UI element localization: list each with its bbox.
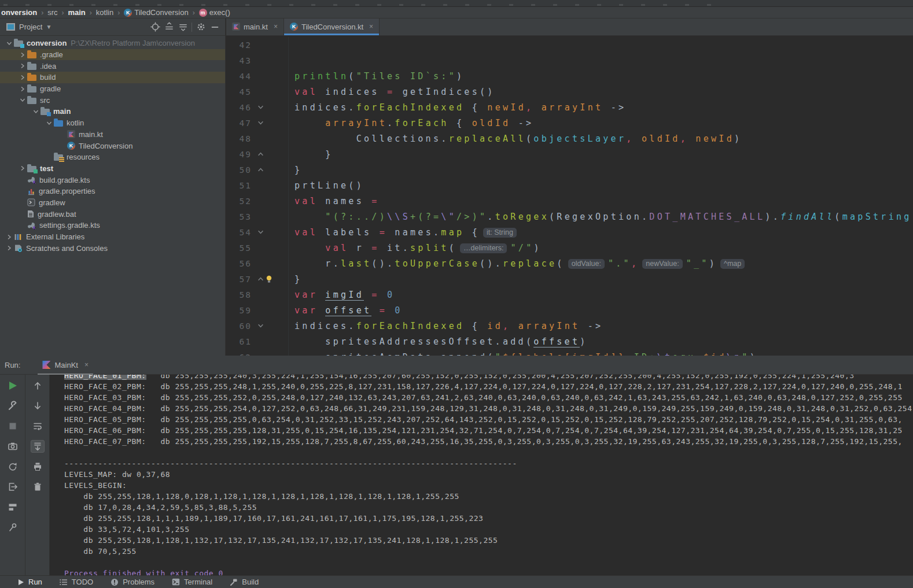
code-token: . <box>403 243 410 253</box>
tree-item-main.kt[interactable]: main.kt <box>0 129 225 140</box>
project-panel-title[interactable]: Project <box>19 23 42 31</box>
chevron-right-icon[interactable] <box>5 245 14 251</box>
scroll-to-end-icon[interactable] <box>31 440 45 453</box>
code-token: = <box>371 196 379 206</box>
stop-icon[interactable] <box>6 420 20 432</box>
chevron-right-icon[interactable] <box>18 86 27 92</box>
fold-down-icon[interactable] <box>257 120 264 126</box>
close-icon[interactable]: × <box>369 23 373 31</box>
breadcrumb-item-main[interactable]: main <box>68 8 85 17</box>
tree-item-conversion[interactable]: conversion P:\ZX\Retro Platform Jam\conv… <box>0 38 225 49</box>
tree-item-external-libraries[interactable]: External Libraries <box>0 231 225 243</box>
breadcrumb-item-exec[interactable]: mexec() <box>199 8 230 17</box>
thread-dump-camera-icon[interactable] <box>6 440 20 453</box>
line-number: 51 <box>226 181 252 190</box>
chevron-right-icon[interactable] <box>18 75 27 80</box>
toolwindow-button-todo[interactable]: TODO <box>60 578 93 586</box>
down-arrow-icon[interactable] <box>31 400 45 412</box>
hide-icon[interactable] <box>208 21 222 34</box>
settings-wrench-icon[interactable] <box>6 400 20 412</box>
tree-item-tiledconversion[interactable]: KTiledConversion <box>0 140 225 151</box>
layout-icon[interactable] <box>6 501 20 513</box>
chevron-right-icon[interactable] <box>5 234 14 240</box>
tree-item-settings.gradle.kts[interactable]: settings.gradle.kts <box>0 220 225 231</box>
gear-icon[interactable] <box>194 21 208 34</box>
breadcrumb-item-kotlin[interactable]: kotlin <box>96 8 113 17</box>
chevron-down-icon[interactable] <box>31 109 41 114</box>
chevron-right-icon[interactable] <box>18 52 27 58</box>
chevron-right-icon[interactable] <box>18 63 27 69</box>
console-line: HERO_FACE_03_PBM: db 255,255,255,252,0,2… <box>64 392 913 403</box>
tree-item-gradlew[interactable]: gradlew <box>0 197 225 209</box>
up-arrow-icon[interactable] <box>31 379 45 392</box>
code-editor[interactable]: 424344println("Tiles ID`s:")45val indice… <box>226 36 913 356</box>
kotlin-file-icon <box>232 23 240 31</box>
chevron-down-icon[interactable] <box>45 120 54 126</box>
toolbar-divider <box>192 23 192 32</box>
chevron-down-icon[interactable]: ▼ <box>46 24 51 30</box>
line-number: 54 <box>226 228 252 237</box>
code-line: 48 Collections.replaceAll(objectsLayer, … <box>226 131 913 146</box>
tree-item-gradlew.bat[interactable]: gradlew.bat <box>0 208 225 220</box>
clear-trash-icon[interactable] <box>31 480 45 493</box>
breadcrumb-item-onversion[interactable]: onversion <box>1 8 37 17</box>
expand-all-icon[interactable] <box>162 21 176 34</box>
tree-item-.idea[interactable]: .idea <box>0 60 225 72</box>
tree-item-resources[interactable]: resources <box>0 151 225 163</box>
console-viewport[interactable]: HERO_FACE_01_PBM: db 255,255,255,240,3,2… <box>50 375 913 575</box>
tree-item-gradle.properties[interactable]: gradle.properties <box>0 186 225 197</box>
print-icon[interactable] <box>31 460 45 473</box>
editor-gutter <box>252 256 289 271</box>
pin-icon[interactable] <box>6 521 20 534</box>
code-token: println <box>294 71 348 82</box>
soft-wrap-icon[interactable] <box>31 420 45 432</box>
fold-up-icon[interactable] <box>257 151 264 157</box>
code-token <box>533 102 541 113</box>
editor-tab-mainkt[interactable]: main.kt× <box>226 19 284 35</box>
toolwindow-button-run[interactable]: Run <box>17 578 42 586</box>
fold-down-icon[interactable] <box>257 323 264 329</box>
code-token: "_" <box>686 258 709 269</box>
fold-down-icon[interactable] <box>257 104 264 110</box>
chevron-down-icon[interactable] <box>5 40 14 46</box>
run-tab-mainkt[interactable]: MainKt × <box>36 356 94 375</box>
line-number: 45 <box>226 87 252 97</box>
tree-item-kotlin[interactable]: kotlin <box>0 117 225 129</box>
tree-item-main[interactable]: main <box>0 106 225 117</box>
fold-up-icon[interactable] <box>257 276 264 282</box>
tree-item-gradle[interactable]: gradle <box>0 83 225 95</box>
close-icon[interactable]: × <box>84 361 89 369</box>
exit-icon[interactable] <box>6 480 20 493</box>
locate-icon[interactable] <box>148 21 162 34</box>
code-token: indices <box>294 102 348 113</box>
chevron-down-icon[interactable] <box>18 97 27 103</box>
code-token <box>688 134 695 144</box>
tree-item-test[interactable]: test <box>0 163 225 175</box>
tree-item-.gradle[interactable]: .gradle <box>0 49 225 61</box>
bulb-icon[interactable] <box>266 275 273 283</box>
breadcrumb-item-tiledconversion[interactable]: KTiledConversion <box>124 8 188 17</box>
fold-down-icon[interactable] <box>257 229 264 235</box>
breadcrumb-item-src[interactable]: src <box>47 8 57 17</box>
code-token: } <box>294 274 302 284</box>
toolwindow-button-terminal[interactable]: Terminal <box>172 578 212 586</box>
rerun-icon[interactable] <box>6 379 20 392</box>
code-token: { <box>464 227 480 238</box>
toolwindow-button-problems[interactable]: Problems <box>111 578 154 586</box>
restart-icon[interactable] <box>6 460 20 473</box>
code-token: oldId <box>642 134 680 144</box>
tree-item-scratches-and-consoles[interactable]: Scratches and Consoles <box>0 242 225 254</box>
tree-item-src[interactable]: src <box>0 94 225 106</box>
editor-tab-tiledconversionkt[interactable]: KTiledConversion.kt× <box>284 19 380 35</box>
tree-item-build[interactable]: build <box>0 72 225 83</box>
code-line-text: prtLine() <box>289 180 364 191</box>
collapse-all-icon[interactable] <box>176 21 190 34</box>
code-token: 0 <box>395 305 402 316</box>
close-icon[interactable]: × <box>274 23 278 31</box>
folder-icon <box>54 120 63 127</box>
toolwindow-button-build[interactable]: Build <box>230 578 259 586</box>
code-token: split <box>410 243 449 253</box>
tree-item-build.gradle.kts[interactable]: build.gradle.kts <box>0 174 225 186</box>
fold-up-icon[interactable] <box>257 167 264 173</box>
chevron-right-icon[interactable] <box>18 165 27 171</box>
